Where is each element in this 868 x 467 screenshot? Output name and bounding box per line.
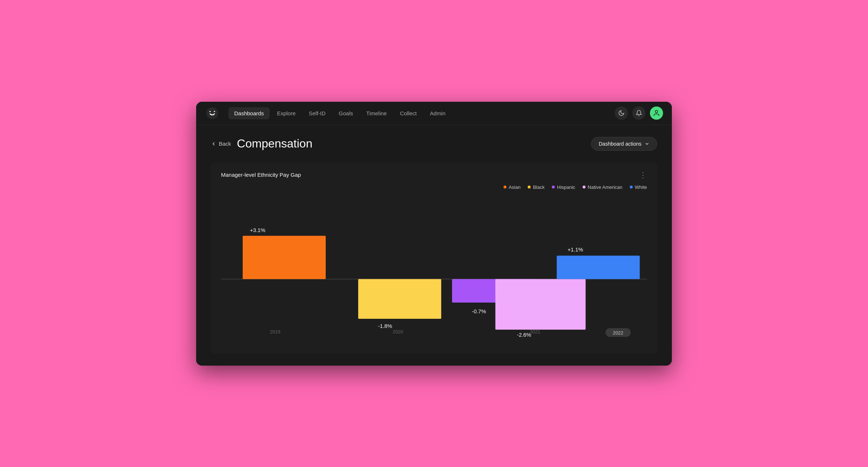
chart-header: Manager-level Ethnicity Pay Gap ⋮ [221,171,647,179]
user-avatar[interactable] [650,107,663,120]
bar-chart: +3.1% -1.8% -0.7% -2.6% +1.1% 2019 2020 … [221,199,647,338]
nav-goals[interactable]: Goals [333,107,359,119]
legend-native-american: Native American [583,184,622,190]
bar-label-black: -1.8% [378,323,392,329]
chart-legend: Asian Black Hispanic Native American Whi… [221,184,647,190]
legend-label-asian: Asian [509,184,521,190]
nav-timeline[interactable]: Timeline [360,107,393,119]
navigation: Dashboards Explore Self-ID Goals Timelin… [196,102,672,125]
x-label-2021: 2021 [530,329,540,334]
bar-white [557,255,640,279]
nav-explore[interactable]: Explore [271,107,302,119]
dashboard-actions-button[interactable]: Dashboard actions [591,137,657,151]
nav-selfid[interactable]: Self-ID [303,107,332,119]
legend-label-native-american: Native American [588,184,622,190]
logo [205,106,220,120]
legend-white: White [630,184,647,190]
svg-point-0 [206,107,218,119]
legend-label-hispanic: Hispanic [557,184,575,190]
nav-right [615,107,663,120]
main-content: Back Compensation Dashboard actions Mana… [196,125,672,366]
bar-label-asian: +3.1% [250,227,265,233]
page-title: Compensation [237,137,312,150]
nav-dashboards[interactable]: Dashboards [228,107,270,119]
nav-items: Dashboards Explore Self-ID Goals Timelin… [228,107,612,119]
legend-label-white: White [635,184,647,190]
back-button[interactable]: Back [211,141,231,147]
legend-dot-native-american [583,186,585,188]
x-label-2019: 2019 [270,329,281,334]
nav-admin[interactable]: Admin [424,107,452,119]
nav-collect[interactable]: Collect [394,107,423,119]
back-label: Back [219,141,231,147]
dark-mode-button[interactable] [615,107,628,120]
legend-label-black: Black [533,184,545,190]
legend-black: Black [528,184,545,190]
notifications-button[interactable] [632,107,646,120]
legend-dot-black [528,186,531,188]
svg-point-1 [655,111,658,113]
chart-card: Manager-level Ethnicity Pay Gap ⋮ Asian … [211,162,657,354]
legend-hispanic: Hispanic [552,184,575,190]
bar-label-hispanic: -0.7% [472,309,486,314]
bar-label-white: +1.1% [568,246,583,252]
x-label-2020: 2020 [393,329,403,334]
page-header-left: Back Compensation [211,137,313,150]
chart-more-button[interactable]: ⋮ [639,171,647,179]
legend-dot-white [630,186,633,188]
legend-dot-asian [504,186,506,188]
chart-title: Manager-level Ethnicity Pay Gap [221,172,301,178]
x-label-2022: 2022 [613,330,624,335]
legend-dot-hispanic [552,186,555,188]
bar-label-native-american: -2.6% [517,332,531,338]
bar-black [358,279,441,319]
legend-asian: Asian [504,184,521,190]
bar-native-american [495,279,586,329]
bar-asian [243,236,326,279]
page-header: Back Compensation Dashboard actions [211,137,657,151]
app-window: Dashboards Explore Self-ID Goals Timelin… [196,102,672,366]
